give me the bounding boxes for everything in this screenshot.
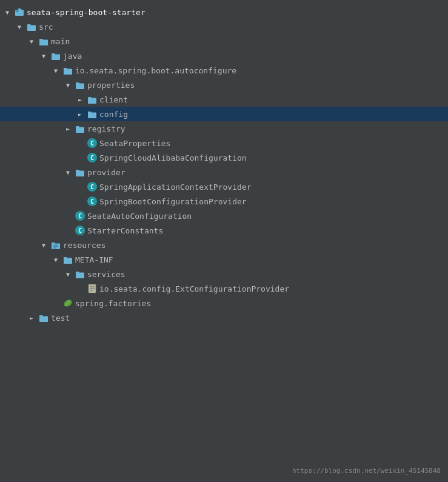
tree-item-label: SpringBootConfigurationProvider — [99, 197, 247, 206]
tree-item-label: registry — [87, 124, 125, 133]
class-icon: C — [87, 138, 97, 148]
tree-item-extconfig[interactable]: io.seata.config.ExtConfigurationProvider — [0, 281, 448, 296]
tree-item-label: SeataProperties — [99, 139, 170, 148]
tree-item-metainf[interactable]: META-INF — [0, 252, 448, 267]
tree-item-label: resources — [63, 241, 105, 250]
folder-icon — [63, 255, 73, 264]
tree-item-services[interactable]: services — [0, 267, 448, 281]
tree-item-src[interactable]: src — [0, 19, 448, 34]
arrow-icon — [51, 255, 61, 264]
tree-item-startconst[interactable]: C StarterConstants — [0, 223, 448, 238]
tree-item-registry[interactable]: registry — [0, 121, 448, 136]
tree-item-label: properties — [87, 81, 135, 90]
services-file-icon — [87, 284, 97, 293]
folder-icon — [75, 269, 85, 279]
spring-factories-icon — [63, 298, 73, 308]
tree-item-label: StarterConstants — [87, 226, 163, 235]
tree-item-label: config — [99, 110, 128, 119]
class-icon: C — [75, 226, 85, 235]
tree-item-label: spring.factories — [75, 299, 151, 308]
svg-rect-1 — [15, 10, 19, 12]
tree-item-client[interactable]: client — [0, 92, 448, 107]
file-tree: seata-spring-boot-starter src main — [0, 0, 448, 330]
tree-item-label: services — [87, 270, 125, 279]
tree-item-springboot[interactable]: C SpringBootConfigurationProvider — [0, 194, 448, 209]
arrow-icon — [27, 313, 36, 323]
tree-item-label: provider — [87, 168, 125, 177]
arrow-icon — [63, 124, 73, 133]
arrow-icon — [39, 51, 48, 61]
folder-icon — [75, 80, 85, 90]
arrow-icon — [75, 109, 85, 119]
class-icon: C — [87, 196, 97, 206]
tree-item-config[interactable]: config — [0, 107, 448, 121]
resources-folder-icon — [51, 240, 61, 250]
folder-icon — [39, 36, 48, 46]
tree-item-springfact[interactable]: spring.factories — [0, 296, 448, 310]
folder-icon — [75, 167, 85, 177]
tree-item-label: SeataAutoConfiguration — [87, 212, 192, 221]
arrow-icon — [63, 167, 73, 177]
arrow-icon — [63, 80, 73, 90]
tree-item-label: test — [51, 313, 70, 323]
tree-item-label: SpringCloudAlibabaConfiguration — [99, 153, 247, 162]
folder-icon — [87, 109, 97, 119]
module-folder-icon — [15, 7, 24, 17]
tree-item-label: java — [63, 52, 82, 61]
arrow-icon — [2, 7, 12, 17]
tree-item-main[interactable]: main — [0, 34, 448, 49]
tree-item-springapp[interactable]: C SpringApplicationContextProvider — [0, 179, 448, 194]
folder-icon — [51, 51, 61, 61]
folder-icon — [63, 65, 73, 75]
svg-rect-2 — [18, 8, 21, 10]
tree-item-label: SpringApplicationContextProvider — [99, 182, 251, 192]
tree-item-label: META-INF — [75, 255, 113, 264]
class-icon: C — [75, 211, 85, 221]
arrow-icon — [75, 95, 85, 104]
tree-item-autoconfigure[interactable]: io.seata.spring.boot.autoconfigure — [0, 63, 448, 78]
class-icon: C — [87, 153, 97, 162]
tree-item-label: main — [51, 37, 70, 46]
tree-item-root[interactable]: seata-spring-boot-starter — [0, 5, 448, 19]
tree-item-properties[interactable]: properties — [0, 78, 448, 92]
class-icon: C — [87, 182, 97, 192]
folder-icon — [87, 95, 97, 104]
watermark: https://blog.csdn.net/weixin_45145848 — [292, 467, 441, 475]
tree-item-seataprops[interactable]: C SeataProperties — [0, 136, 448, 150]
arrow-icon — [39, 240, 48, 250]
arrow-icon — [51, 65, 61, 75]
tree-item-seataconfig[interactable]: C SeataAutoConfiguration — [0, 209, 448, 223]
folder-icon — [39, 313, 48, 323]
arrow-icon — [63, 269, 73, 279]
arrow-icon — [15, 22, 24, 32]
tree-item-label: src — [39, 22, 53, 32]
svg-rect-3 — [16, 12, 19, 12]
tree-item-label: io.seata.spring.boot.autoconfigure — [75, 66, 236, 75]
folder-icon — [75, 124, 85, 133]
tree-item-resources[interactable]: resources — [0, 238, 448, 252]
tree-item-label: io.seata.config.ExtConfigurationProvider — [99, 284, 289, 293]
tree-item-springcloud[interactable]: C SpringCloudAlibabaConfiguration — [0, 150, 448, 165]
tree-item-test[interactable]: test — [0, 310, 448, 325]
tree-item-label: client — [99, 95, 128, 104]
tree-item-provider[interactable]: provider — [0, 165, 448, 179]
arrow-icon — [27, 36, 36, 46]
tree-item-java[interactable]: java — [0, 49, 448, 63]
folder-icon — [27, 22, 36, 32]
tree-item-label: seata-spring-boot-starter — [27, 8, 145, 17]
